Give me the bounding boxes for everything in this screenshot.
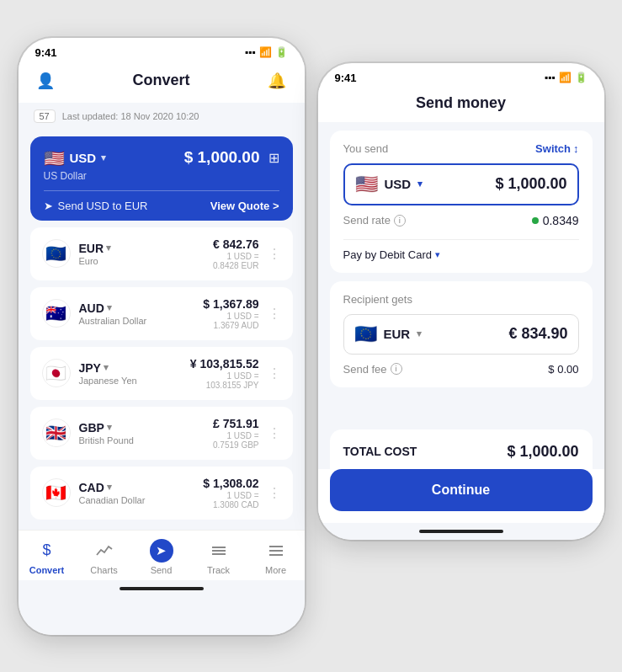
row-left-aud: 🇦🇺 AUD ▾ Australian Dollar <box>42 299 147 328</box>
sidebar-item-convert[interactable]: $ Convert <box>19 539 76 575</box>
right-status-time: 9:41 <box>335 72 357 84</box>
table-row[interactable]: 🇨🇦 CAD ▾ Canadian Dollar $ 1,308.02 1 US… <box>30 467 293 520</box>
jpy-flag-icon: 🇯🇵 <box>42 359 71 387</box>
usd-card-bottom: ➤ Send USD to EUR View Quote > <box>44 190 279 221</box>
send-amount: $ 1,000.00 <box>495 175 566 193</box>
update-bar: 57 Last updated: 18 Nov 2020 10:20 <box>19 103 305 130</box>
cad-info: CAD ▾ Canadian Dollar <box>79 481 146 505</box>
update-text: Last updated: 18 Nov 2020 10:20 <box>62 111 199 121</box>
convert-nav-icon: $ <box>35 539 59 563</box>
left-status-time: 9:41 <box>35 46 57 59</box>
sidebar-item-more[interactable]: More <box>247 539 305 575</box>
recipient-flag-icon: 🇪🇺 <box>354 323 377 345</box>
gbp-more-icon[interactable]: ⋮ <box>268 425 281 441</box>
switch-label: Switch <box>535 142 571 155</box>
eur-amount-block: € 842.76 1 USD =0.8428 EUR <box>213 237 259 270</box>
total-section: TOTAL COST $ 1,000.00 <box>330 429 593 469</box>
recipient-currency-code: EUR <box>384 327 411 341</box>
continue-button[interactable]: Continue <box>330 469 593 511</box>
right-battery-icon: 🔋 <box>575 72 587 83</box>
eur-more-icon[interactable]: ⋮ <box>268 246 281 262</box>
total-cost-label: TOTAL COST <box>343 445 417 458</box>
total-cost-value: $ 1,000.00 <box>507 443 578 461</box>
recipient-amount: € 834.90 <box>508 325 567 343</box>
table-row[interactable]: 🇦🇺 AUD ▾ Australian Dollar $ 1,367.89 1 … <box>30 287 293 340</box>
jpy-name: Japanese Yen <box>79 376 137 386</box>
signal-icon: ▪▪▪ <box>245 46 256 58</box>
update-badge: 57 <box>34 109 56 123</box>
eur-flag-icon: 🇪🇺 <box>42 239 71 268</box>
sidebar-item-send[interactable]: ➤ Send <box>133 539 190 575</box>
recipient-currency-row[interactable]: 🇪🇺 EUR ▾ € 834.90 <box>343 314 579 355</box>
usd-chevron-icon: ▾ <box>101 152 106 163</box>
recipient-gets-label: Recipient gets <box>343 293 579 306</box>
table-row[interactable]: 🇪🇺 EUR ▾ Euro € 842.76 1 USD =0.8428 EUR <box>30 227 293 280</box>
aud-code: AUD ▾ <box>79 301 147 315</box>
row-right-gbp: £ 751.91 1 USD =0.7519 GBP ⋮ <box>213 417 281 450</box>
send-currency-code: USD <box>385 177 412 191</box>
aud-more-icon[interactable]: ⋮ <box>268 306 281 322</box>
row-right-jpy: ¥ 103,815.52 1 USD =103.8155 JPY ⋮ <box>190 357 281 390</box>
row-left-gbp: 🇬🇧 GBP ▾ British Pound <box>42 419 134 447</box>
cad-name: Canadian Dollar <box>79 495 146 505</box>
send-usd-arrow-icon: ➤ <box>44 200 53 212</box>
fee-info-icon[interactable]: i <box>391 363 402 375</box>
row-left-eur: 🇪🇺 EUR ▾ Euro <box>42 239 112 268</box>
usd-code: USD <box>70 151 97 165</box>
view-quote-button[interactable]: View Quote > <box>210 200 279 212</box>
aud-flag-icon: 🇦🇺 <box>42 299 71 328</box>
eur-name: Euro <box>79 256 112 266</box>
send-header: Send money <box>318 88 604 122</box>
cad-flag-icon: 🇨🇦 <box>42 478 71 507</box>
calculator-icon[interactable]: ⊞ <box>268 150 279 166</box>
usd-card-info: 🇺🇸 USD ▾ US Dollar <box>44 148 107 182</box>
profile-icon[interactable]: 👤 <box>34 69 57 93</box>
jpy-more-icon[interactable]: ⋮ <box>268 365 281 381</box>
left-status-icons: ▪▪▪ 📶 🔋 <box>245 46 288 58</box>
gbp-amount-block: £ 751.91 1 USD =0.7519 GBP <box>213 417 259 450</box>
track-nav-label: Track <box>207 565 230 575</box>
you-send-section: You send Switch ↕ 🇺🇸 USD ▾ $ 1,000.00 <box>330 131 593 273</box>
convert-title: Convert <box>132 72 189 89</box>
rate-info-icon[interactable]: i <box>394 215 406 227</box>
more-nav-icon <box>264 539 288 563</box>
left-screen: 👤 Convert 🔔 57 Last updated: 18 Nov 2020… <box>19 62 305 635</box>
right-phone: 9:41 ▪▪▪ 📶 🔋 Send money You send <box>318 63 604 540</box>
currency-list: 🇪🇺 EUR ▾ Euro € 842.76 1 USD =0.8428 EUR <box>19 227 305 520</box>
table-row[interactable]: 🇬🇧 GBP ▾ British Pound £ 751.91 1 USD =0… <box>30 407 293 460</box>
send-rate-label: Send rate i <box>343 214 406 227</box>
pay-method-row[interactable]: Pay by Debit Card ▾ <box>343 239 579 261</box>
switch-button[interactable]: Switch ↕ <box>535 142 578 155</box>
wifi-icon: 📶 <box>259 46 272 58</box>
home-bar <box>120 587 204 590</box>
send-rate-value: 0.8349 <box>532 214 579 227</box>
usd-amount: $ 1,000.00 <box>184 148 260 167</box>
gbp-flag-icon: 🇬🇧 <box>42 419 71 447</box>
cad-rate: 1 USD =1.3080 CAD <box>203 491 258 509</box>
sidebar-item-track[interactable]: Track <box>190 539 247 575</box>
continue-container: Continue <box>318 469 604 523</box>
usd-card[interactable]: 🇺🇸 USD ▾ US Dollar $ 1,000.00 ⊞ <box>30 136 293 221</box>
send-fee-value: $ 0.00 <box>548 363 578 376</box>
pay-method-chevron-icon: ▾ <box>435 249 440 260</box>
fee-row: Send fee i $ 0.00 <box>343 363 579 376</box>
you-send-label-row: You send Switch ↕ <box>343 142 579 155</box>
usd-name: US Dollar <box>44 170 107 182</box>
table-row[interactable]: 🇯🇵 JPY ▾ Japanese Yen ¥ 103,815.52 1 USD… <box>30 347 293 400</box>
send-nav-icon: ➤ <box>150 539 173 563</box>
jpy-code: JPY ▾ <box>79 361 137 375</box>
charts-nav-icon <box>93 539 116 563</box>
cad-more-icon[interactable]: ⋮ <box>268 485 281 501</box>
track-nav-icon <box>207 539 231 563</box>
jpy-amount-block: ¥ 103,815.52 1 USD =103.8155 JPY <box>190 357 259 390</box>
convert-nav-label: Convert <box>29 565 65 575</box>
eur-amount: € 842.76 <box>213 237 259 251</box>
pay-method-label: Pay by Debit Card <box>343 248 433 261</box>
jpy-info: JPY ▾ Japanese Yen <box>79 361 137 386</box>
gbp-rate: 1 USD =0.7519 GBP <box>213 431 259 450</box>
bell-icon[interactable]: 🔔 <box>265 69 289 93</box>
send-currency-row[interactable]: 🇺🇸 USD ▾ $ 1,000.00 <box>343 163 579 205</box>
usd-amount-block: $ 1,000.00 ⊞ <box>184 148 279 167</box>
convert-header: 👤 Convert 🔔 <box>19 62 305 103</box>
sidebar-item-charts[interactable]: Charts <box>76 539 133 575</box>
